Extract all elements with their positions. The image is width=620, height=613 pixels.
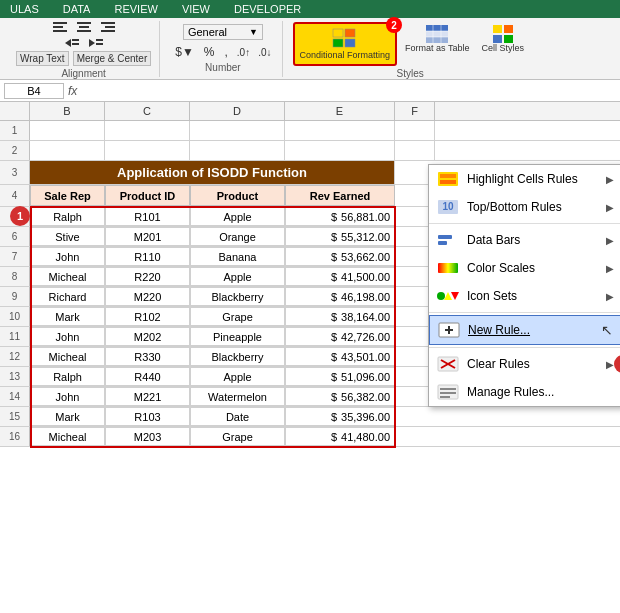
cell-styles-button[interactable]: Cell Styles xyxy=(477,22,528,56)
cell-row14-2[interactable]: Watermelon xyxy=(190,387,285,406)
number-format-box[interactable]: General ▼ xyxy=(183,24,263,40)
menu-item-iconsets[interactable]: Icon Sets ▶ xyxy=(429,282,620,310)
cell-row8-2[interactable]: Apple xyxy=(190,267,285,286)
menu-item-databars[interactable]: Data Bars ▶ xyxy=(429,226,620,254)
cell-row7-0[interactable]: John xyxy=(30,247,105,266)
align-right-button[interactable] xyxy=(97,19,119,35)
cell-e1[interactable] xyxy=(285,121,395,140)
tab-review[interactable]: REVIEW xyxy=(110,1,161,17)
cell-row8-1[interactable]: R220 xyxy=(105,267,190,286)
indent-dec-button[interactable] xyxy=(61,35,83,51)
cell-row10-3[interactable]: $38,164.00 xyxy=(285,307,395,326)
tab-ulas[interactable]: ULAS xyxy=(6,1,43,17)
cell-row6-0[interactable]: Stive xyxy=(30,227,105,246)
cell-f2[interactable] xyxy=(395,141,435,160)
cell-row12-3[interactable]: $43,501.00 xyxy=(285,347,395,366)
cell-row12-1[interactable]: R330 xyxy=(105,347,190,366)
merge-center-button[interactable]: Merge & Center xyxy=(73,51,152,66)
cell-row11-0[interactable]: John xyxy=(30,327,105,346)
tab-developer[interactable]: DEVELOPER xyxy=(230,1,305,17)
header-productid[interactable]: Product ID xyxy=(105,185,190,206)
cell-row9-3[interactable]: $46,198.00 xyxy=(285,287,395,306)
svg-marker-9 xyxy=(65,39,71,47)
menu-item-highlight[interactable]: Highlight Cells Rules ▶ xyxy=(429,165,620,193)
cell-row11-3[interactable]: $42,726.00 xyxy=(285,327,395,346)
cell-row11-1[interactable]: M202 xyxy=(105,327,190,346)
cell-row8-0[interactable]: Micheal xyxy=(30,267,105,286)
cell-row11-2[interactable]: Pineapple xyxy=(190,327,285,346)
cell-row13-0[interactable]: Ralph xyxy=(30,367,105,386)
cell-c1[interactable] xyxy=(105,121,190,140)
cell-e2[interactable] xyxy=(285,141,395,160)
svg-rect-32 xyxy=(440,180,456,184)
menu-item-clearrules[interactable]: Clear Rules ▶ 3 xyxy=(429,350,620,378)
percent-button[interactable]: % xyxy=(201,44,218,60)
cell-row9-2[interactable]: Blackberry xyxy=(190,287,285,306)
cell-row14-1[interactable]: M221 xyxy=(105,387,190,406)
cell-row13-1[interactable]: R440 xyxy=(105,367,190,386)
header-salerep[interactable]: Sale Rep xyxy=(30,185,105,206)
highlight-arrow: ▶ xyxy=(606,174,614,185)
cell-row9-0[interactable]: Richard xyxy=(30,287,105,306)
indent-inc-button[interactable] xyxy=(85,35,107,51)
cell-row5-3[interactable]: $56,881.00 xyxy=(285,207,395,226)
cell-row12-0[interactable]: Micheal xyxy=(30,347,105,366)
cell-d1[interactable] xyxy=(190,121,285,140)
cell-row13-2[interactable]: Apple xyxy=(190,367,285,386)
cell-row16-1[interactable]: M203 xyxy=(105,427,190,446)
tab-view[interactable]: VIEW xyxy=(178,1,214,17)
cell-row9-1[interactable]: M220 xyxy=(105,287,190,306)
cell-row10-1[interactable]: R102 xyxy=(105,307,190,326)
header-revearned[interactable]: Rev Earned xyxy=(285,185,395,206)
svg-rect-29 xyxy=(504,35,513,43)
cell-row6-2[interactable]: Orange xyxy=(190,227,285,246)
cell-row6-1[interactable]: M201 xyxy=(105,227,190,246)
formula-input[interactable] xyxy=(81,85,616,97)
menu-item-managerules[interactable]: Manage Rules... xyxy=(429,378,620,406)
menu-item-newrule[interactable]: New Rule... ↖ xyxy=(429,315,620,345)
cell-row16-2[interactable]: Grape xyxy=(190,427,285,446)
dec-inc-button[interactable]: .0↑ xyxy=(235,46,252,59)
conditional-formatting-button[interactable]: Conditional Formatting xyxy=(293,22,398,66)
cell-row14-3[interactable]: $56,382.00 xyxy=(285,387,395,406)
cell-row16-0[interactable]: Micheal xyxy=(30,427,105,446)
cell-d2[interactable] xyxy=(190,141,285,160)
chevron-down-icon[interactable]: ▼ xyxy=(249,27,258,37)
align-center-button[interactable] xyxy=(73,19,95,35)
cell-row7-3[interactable]: $53,662.00 xyxy=(285,247,395,266)
dec-dec-button[interactable]: .0↓ xyxy=(256,46,273,59)
cell-row5-1[interactable]: R101 xyxy=(105,207,190,226)
cell-f1[interactable] xyxy=(395,121,435,140)
menu-item-topbottom[interactable]: 10 Top/Bottom Rules ▶ xyxy=(429,193,620,221)
cell-row7-1[interactable]: R110 xyxy=(105,247,190,266)
cell-row7-2[interactable]: Banana xyxy=(190,247,285,266)
cell-b1[interactable] xyxy=(30,121,105,140)
name-box[interactable] xyxy=(4,83,64,99)
menu-item-colorscales[interactable]: Color Scales ▶ xyxy=(429,254,620,282)
cell-row13-3[interactable]: $51,096.00 xyxy=(285,367,395,386)
cell-row15-3[interactable]: $35,396.00 xyxy=(285,407,395,426)
cell-row10-0[interactable]: Mark xyxy=(30,307,105,326)
cell-row15-1[interactable]: R103 xyxy=(105,407,190,426)
cell-b2[interactable] xyxy=(30,141,105,160)
header-product[interactable]: Product xyxy=(190,185,285,206)
currency-button[interactable]: $▼ xyxy=(172,44,197,60)
cell-row12-2[interactable]: Blackberry xyxy=(190,347,285,366)
row-num-2: 2 xyxy=(0,141,30,160)
cell-row15-2[interactable]: Date xyxy=(190,407,285,426)
format-table-button[interactable]: Format as Table xyxy=(401,22,473,56)
tab-data[interactable]: DATA xyxy=(59,1,95,17)
cell-row10-2[interactable]: Grape xyxy=(190,307,285,326)
wrap-text-button[interactable]: Wrap Text xyxy=(16,51,69,66)
cell-row8-3[interactable]: $41,500.00 xyxy=(285,267,395,286)
title-cell[interactable]: Application of ISODD Function xyxy=(30,161,395,184)
comma-button[interactable]: , xyxy=(221,44,230,60)
cell-row6-3[interactable]: $55,312.00 xyxy=(285,227,395,246)
cell-row14-0[interactable]: John xyxy=(30,387,105,406)
cell-row15-0[interactable]: Mark xyxy=(30,407,105,426)
align-left-button[interactable] xyxy=(49,19,71,35)
cell-row16-3[interactable]: $41,480.00 xyxy=(285,427,395,446)
cell-row5-2[interactable]: Apple xyxy=(190,207,285,226)
cell-c2[interactable] xyxy=(105,141,190,160)
cell-row5-0[interactable]: Ralph xyxy=(30,207,105,226)
